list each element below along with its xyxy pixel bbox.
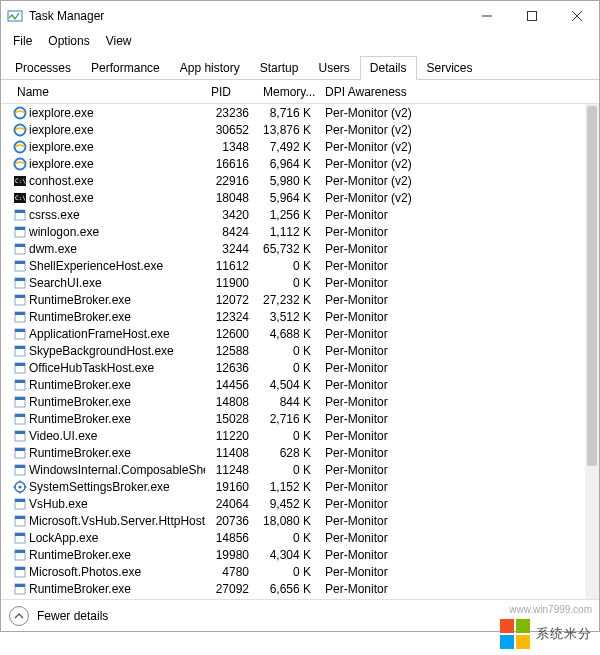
process-row[interactable]: iexplore.exe166166,964 KPer-Monitor (v2) <box>1 155 585 172</box>
process-name: winlogon.exe <box>29 225 205 239</box>
process-name: dwm.exe <box>29 242 205 256</box>
svg-point-46 <box>18 485 21 488</box>
process-dpi: Per-Monitor <box>319 548 585 562</box>
process-memory: 2,716 K <box>257 412 319 426</box>
menubar: File Options View <box>1 31 599 51</box>
col-pid[interactable]: PID <box>205 85 257 99</box>
process-name: SkypeBackgroundHost.exe <box>29 344 205 358</box>
chevron-up-icon[interactable] <box>9 606 29 626</box>
process-row[interactable]: RuntimeBroker.exe270926,656 KPer-Monitor <box>1 580 585 597</box>
process-row[interactable]: RuntimeBroker.exe150282,716 KPer-Monitor <box>1 410 585 427</box>
process-row[interactable]: SystemSettingsBroker.exe191601,152 KPer-… <box>1 478 585 495</box>
svg-rect-60 <box>15 567 25 570</box>
process-dpi: Per-Monitor <box>319 276 585 290</box>
process-icon <box>11 326 29 342</box>
process-icon <box>11 462 29 478</box>
svg-rect-54 <box>15 516 25 519</box>
process-name: iexplore.exe <box>29 140 205 154</box>
process-name: Video.UI.exe <box>29 429 205 443</box>
process-row[interactable]: C:\conhost.exe229165,980 KPer-Monitor (v… <box>1 172 585 189</box>
scrollbar-thumb[interactable] <box>587 106 597 466</box>
process-row[interactable]: RuntimeBroker.exe1207227,232 KPer-Monito… <box>1 291 585 308</box>
process-dpi: Per-Monitor <box>319 242 585 256</box>
tab-details[interactable]: Details <box>360 56 417 80</box>
process-dpi: Per-Monitor <box>319 361 585 375</box>
vertical-scrollbar[interactable] <box>585 104 599 599</box>
fewer-details-link[interactable]: Fewer details <box>37 609 108 623</box>
process-row[interactable]: csrss.exe34201,256 KPer-Monitor <box>1 206 585 223</box>
process-row[interactable]: C:\conhost.exe180485,964 KPer-Monitor (v… <box>1 189 585 206</box>
watermark-text: 系统米分 <box>536 625 592 643</box>
col-memory[interactable]: Memory... <box>257 85 319 99</box>
svg-text:C:\: C:\ <box>15 194 26 201</box>
tab-performance[interactable]: Performance <box>81 56 170 80</box>
process-dpi: Per-Monitor <box>319 344 585 358</box>
maximize-button[interactable] <box>509 1 554 31</box>
process-pid: 11612 <box>205 259 257 273</box>
tab-processes[interactable]: Processes <box>5 56 81 80</box>
process-row[interactable]: iexplore.exe13487,492 KPer-Monitor (v2) <box>1 138 585 155</box>
process-row[interactable]: ShellExperienceHost.exe116120 KPer-Monit… <box>1 257 585 274</box>
svg-rect-2 <box>527 12 536 21</box>
watermark-url: www.win7999.com <box>509 604 592 615</box>
col-dpi[interactable]: DPI Awareness <box>319 85 585 99</box>
process-icon <box>11 564 29 580</box>
process-row[interactable]: SearchUI.exe119000 KPer-Monitor <box>1 274 585 291</box>
process-row[interactable]: iexplore.exe232368,716 KPer-Monitor (v2) <box>1 104 585 121</box>
process-row[interactable]: dwm.exe324465,732 KPer-Monitor <box>1 240 585 257</box>
minimize-button[interactable] <box>464 1 509 31</box>
process-row[interactable]: WindowsInternal.ComposableShell...112480… <box>1 461 585 478</box>
process-name: WindowsInternal.ComposableShell... <box>29 463 205 477</box>
process-row[interactable]: winlogon.exe84241,112 KPer-Monitor <box>1 223 585 240</box>
menu-view[interactable]: View <box>98 32 140 50</box>
process-memory: 0 K <box>257 429 319 443</box>
process-row[interactable]: RuntimeBroker.exe199804,304 KPer-Monitor <box>1 546 585 563</box>
process-row[interactable]: Microsoft.VsHub.Server.HttpHost...207361… <box>1 512 585 529</box>
process-row[interactable]: iexplore.exe3065213,876 KPer-Monitor (v2… <box>1 121 585 138</box>
close-button[interactable] <box>554 1 599 31</box>
process-pid: 30652 <box>205 123 257 137</box>
process-row[interactable]: RuntimeBroker.exe14808844 KPer-Monitor <box>1 393 585 410</box>
process-row[interactable]: ApplicationFrameHost.exe126004,688 KPer-… <box>1 325 585 342</box>
process-pid: 11248 <box>205 463 257 477</box>
titlebar[interactable]: Task Manager <box>1 1 599 31</box>
process-memory: 7,492 K <box>257 140 319 154</box>
process-memory: 1,112 K <box>257 225 319 239</box>
process-row[interactable]: SCNotification.exe1356812,156 KSystem <box>1 597 585 599</box>
process-pid: 19160 <box>205 480 257 494</box>
process-dpi: Per-Monitor (v2) <box>319 174 585 188</box>
process-row[interactable]: RuntimeBroker.exe144564,504 KPer-Monitor <box>1 376 585 393</box>
svg-rect-44 <box>15 465 25 468</box>
process-name: RuntimeBroker.exe <box>29 293 205 307</box>
process-row[interactable]: RuntimeBroker.exe11408628 KPer-Monitor <box>1 444 585 461</box>
process-pid: 11900 <box>205 276 257 290</box>
menu-options[interactable]: Options <box>40 32 97 50</box>
process-pid: 14456 <box>205 378 257 392</box>
col-name[interactable]: Name <box>11 85 205 99</box>
process-icon <box>11 275 29 291</box>
process-memory: 3,512 K <box>257 310 319 324</box>
svg-rect-28 <box>15 329 25 332</box>
tab-app-history[interactable]: App history <box>170 56 250 80</box>
tab-startup[interactable]: Startup <box>250 56 309 80</box>
process-row[interactable]: SkypeBackgroundHost.exe125880 KPer-Monit… <box>1 342 585 359</box>
process-memory: 0 K <box>257 344 319 358</box>
process-row[interactable]: LockApp.exe148560 KPer-Monitor <box>1 529 585 546</box>
process-name: ShellExperienceHost.exe <box>29 259 205 273</box>
menu-file[interactable]: File <box>5 32 40 50</box>
tab-users[interactable]: Users <box>308 56 359 80</box>
process-row[interactable]: OfficeHubTaskHost.exe126360 KPer-Monitor <box>1 359 585 376</box>
process-dpi: Per-Monitor <box>319 293 585 307</box>
process-pid: 16616 <box>205 157 257 171</box>
tab-services[interactable]: Services <box>417 56 483 80</box>
process-pid: 12600 <box>205 327 257 341</box>
svg-text:C:\: C:\ <box>15 177 26 184</box>
process-row[interactable]: VsHub.exe240649,452 KPer-Monitor <box>1 495 585 512</box>
process-pid: 3420 <box>205 208 257 222</box>
process-dpi: Per-Monitor (v2) <box>319 157 585 171</box>
process-row[interactable]: RuntimeBroker.exe123243,512 KPer-Monitor <box>1 308 585 325</box>
process-row[interactable]: Video.UI.exe112200 KPer-Monitor <box>1 427 585 444</box>
process-memory: 6,964 K <box>257 157 319 171</box>
process-name: conhost.exe <box>29 174 205 188</box>
process-row[interactable]: Microsoft.Photos.exe47800 KPer-Monitor <box>1 563 585 580</box>
